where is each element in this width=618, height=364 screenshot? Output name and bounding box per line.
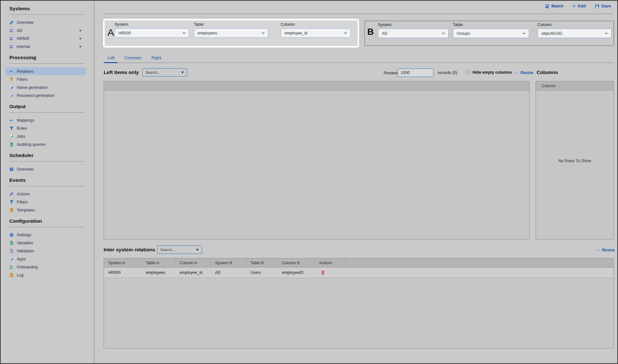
preview-count-input[interactable] xyxy=(398,69,434,77)
document-icon xyxy=(9,273,14,277)
cell-system-a: HR500 xyxy=(104,267,142,278)
add-button[interactable]: + Add xyxy=(572,4,585,8)
divider xyxy=(9,63,84,64)
sidebar-item-internal[interactable]: internal ▶ xyxy=(5,42,86,51)
cell-column-b: employeeID xyxy=(278,267,315,278)
document-icon xyxy=(9,208,14,212)
hide-empty-columns-label: Hide empty columns xyxy=(473,70,512,75)
chevron-right-icon[interactable]: ▶ xyxy=(80,45,82,48)
match-button[interactable]: Match xyxy=(545,4,564,8)
sidebar-item-ad[interactable]: AD ▶ xyxy=(5,26,86,34)
cell-column-a: employee_id xyxy=(175,267,211,278)
tab-common[interactable]: Common xyxy=(125,55,142,60)
sidebar-item-roles[interactable]: Roles xyxy=(5,124,86,132)
sidebar-item-relations[interactable]: Relations xyxy=(5,67,86,75)
divider xyxy=(9,186,84,186)
sidebar-item-overview[interactable]: Overview xyxy=(5,18,86,26)
edit-icon xyxy=(9,134,14,139)
sidebar-item-scheduler-overview[interactable]: Overview xyxy=(5,165,86,173)
panel-b-label: B xyxy=(367,27,374,37)
panel-b-column-select[interactable]: objectGUID xyxy=(538,29,612,38)
sidebar-item-settings[interactable]: Settings xyxy=(5,231,86,239)
save-button[interactable]: Save xyxy=(595,4,611,8)
tab-left[interactable]: Left xyxy=(108,55,115,60)
tab-right[interactable]: Right xyxy=(151,55,161,60)
sidebar-item-variables[interactable]: Variables xyxy=(5,239,86,247)
delete-relation-button[interactable] xyxy=(321,270,325,275)
edit-icon xyxy=(9,85,14,90)
sidebar-item-actions[interactable]: Actions xyxy=(5,190,86,198)
people-icon xyxy=(9,44,14,49)
sidebar: Systems Overview AD ▶ HR500 ▶ internal ▶… xyxy=(1,1,94,363)
chevron-down-icon xyxy=(604,31,608,35)
panel-a: A System: HR500 Table: employees Column:… xyxy=(103,19,359,48)
hide-empty-columns-checkbox[interactable] xyxy=(465,70,470,74)
panel-a-table-select[interactable]: employees xyxy=(194,28,268,38)
column-header[interactable]: Actions xyxy=(315,258,345,267)
sidebar-item-validation[interactable]: Validation xyxy=(5,247,86,255)
sidebar-item-password-generation[interactable]: Password generation xyxy=(5,91,86,99)
columns-panel-title: Columns xyxy=(537,70,558,75)
column-header[interactable]: Column B xyxy=(278,258,315,267)
column-header[interactable]: Table B xyxy=(246,258,278,267)
column-label: Column: xyxy=(538,23,612,27)
sidebar-section-output: Output xyxy=(9,104,94,109)
sidebar-item-events-filters[interactable]: Filters xyxy=(5,198,86,206)
sidebar-section-events: Events xyxy=(9,177,94,183)
document-icon xyxy=(9,142,14,147)
records-count: records (0) xyxy=(438,70,457,75)
edit-icon xyxy=(9,257,14,261)
column-header[interactable]: System B xyxy=(211,258,246,267)
column-header[interactable]: Table A xyxy=(142,258,175,267)
panel-a-column-select[interactable]: employee_id xyxy=(281,28,351,38)
row-filler xyxy=(345,267,613,278)
funnel-icon xyxy=(9,200,14,204)
sidebar-item-mappings[interactable]: Mappings xyxy=(5,116,86,124)
chevron-right-icon[interactable]: ▶ xyxy=(80,29,82,32)
document-icon xyxy=(9,241,14,245)
document-icon xyxy=(9,249,14,253)
panel-b-table-select[interactable]: Groups xyxy=(453,29,529,38)
sidebar-item-log[interactable]: Log xyxy=(5,271,86,279)
panel-a-system-select[interactable]: HR500 xyxy=(115,28,189,38)
columns-grid: Column No Rows To Show xyxy=(536,81,614,239)
calculator-icon xyxy=(545,4,549,8)
sidebar-item-apps[interactable]: Apps xyxy=(5,255,86,263)
resize-icon: ⇔ xyxy=(596,247,600,253)
sidebar-item-auditing-queries[interactable]: Auditing queries xyxy=(5,140,86,148)
resize-left-grid-button[interactable]: ⇔ Resize xyxy=(514,70,533,75)
left-items-grid xyxy=(104,81,529,239)
arrows-icon xyxy=(9,69,14,74)
left-items-title: Left items only xyxy=(104,70,139,75)
system-label: System: xyxy=(378,23,449,27)
divider xyxy=(9,161,84,162)
sidebar-item-templates[interactable]: Templates xyxy=(5,206,86,214)
table-row: HR500 employees employee_id AD Users emp… xyxy=(104,267,613,278)
column-header[interactable]: System A xyxy=(104,258,142,267)
panel-b-system-select[interactable]: AD xyxy=(378,29,449,38)
column-resize-handle[interactable] xyxy=(605,83,605,89)
table-label: Table: xyxy=(194,22,268,27)
chevron-right-icon[interactable]: ▶ xyxy=(80,37,82,40)
relations-search-input[interactable]: Search... ▼ xyxy=(157,246,202,254)
sidebar-item-name-generation[interactable]: Name generation xyxy=(5,83,86,91)
app-window: Systems Overview AD ▶ HR500 ▶ internal ▶… xyxy=(0,0,618,364)
sidebar-item-filters[interactable]: Filters xyxy=(5,75,86,83)
arrows-icon xyxy=(9,118,14,123)
column-header[interactable]: Column A xyxy=(175,258,211,267)
divider xyxy=(9,227,84,227)
left-items-search-input[interactable]: Search... ▼ xyxy=(142,68,187,77)
save-icon xyxy=(595,4,599,8)
sidebar-item-hr500[interactable]: HR500 ▶ xyxy=(5,34,86,42)
resize-relations-button[interactable]: ⇔ Resize xyxy=(596,247,615,253)
sidebar-section-systems: Systems xyxy=(9,6,94,12)
divider xyxy=(103,14,613,14)
sidebar-item-onboarding[interactable]: Onboarding xyxy=(5,263,86,271)
no-rows-message: No Rows To Show xyxy=(536,159,613,163)
wrench-icon xyxy=(9,20,14,25)
wrench-icon xyxy=(9,192,14,196)
sidebar-item-jobs[interactable]: Jobs xyxy=(5,132,86,140)
sidebar-section-processing: Processing xyxy=(9,55,94,61)
relations-table: System A Table A Column A System B Table… xyxy=(104,258,614,349)
active-tab-indicator xyxy=(104,62,117,63)
